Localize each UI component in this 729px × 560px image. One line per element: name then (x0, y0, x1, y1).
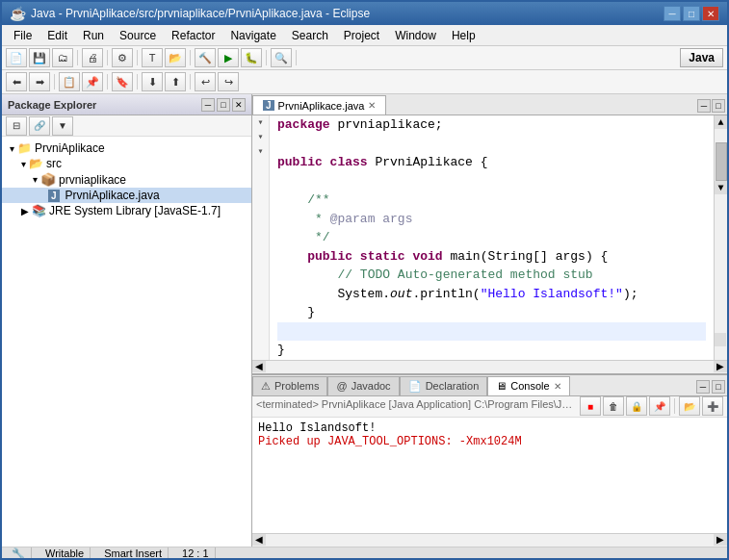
console-output: Hello Islandsoft! Picked up JAVA_TOOL_OP… (252, 418, 727, 533)
project-icon: 📁 (17, 141, 32, 155)
sep11 (674, 398, 675, 414)
editor-minimize[interactable]: ─ (697, 99, 711, 113)
tree-item-java-file[interactable]: J PrvniAplikace.java (2, 188, 251, 203)
minimize-button[interactable]: ─ (664, 6, 681, 21)
fold-gutter: ▾ ▾ ▾ (252, 115, 270, 360)
fold-9[interactable]: ▾ (252, 144, 269, 159)
tab-console-label: Console (510, 380, 549, 392)
new-button[interactable]: 📄 (6, 48, 27, 67)
new-console-button[interactable]: ➕ (702, 396, 723, 416)
menu-run[interactable]: Run (75, 27, 112, 44)
tab-javadoc-label: Javadoc (351, 380, 391, 392)
package-label: prvniaplikace (59, 173, 126, 187)
properties-button[interactable]: ⚙ (112, 48, 133, 67)
search-button[interactable]: 🔍 (271, 48, 292, 67)
tree-menu-button[interactable]: ▼ (52, 116, 73, 136)
menu-refactor[interactable]: Refactor (164, 27, 222, 44)
console-text-output: Hello Islandsoft! (258, 421, 721, 435)
maximize-button[interactable]: □ (683, 6, 700, 21)
bottom-minimize[interactable]: ─ (696, 380, 710, 394)
pin-console-button[interactable]: 📌 (649, 396, 670, 416)
editor-tab-java[interactable]: J PrvniAplikace.java ✕ (252, 95, 386, 115)
toolbar-1: 📄 💾 🗂 🖨 ⚙ T 📂 🔨 ▶ 🐛 🔍 Java (2, 46, 727, 70)
tab-console-close[interactable]: ✕ (554, 381, 561, 392)
package-explorer-minimize[interactable]: ─ (201, 98, 215, 112)
open-console-button[interactable]: 📂 (679, 396, 700, 416)
package-icon: 📦 (40, 172, 56, 187)
scroll-lock-button[interactable]: 🔒 (626, 396, 647, 416)
code-line-1: package prvniaplikace; (277, 115, 706, 135)
insert-mode-segment: Smart Insert (98, 547, 169, 560)
open-type-button[interactable]: T (142, 48, 163, 67)
editor-scrollbar-h[interactable]: ◀ ▶ (252, 360, 727, 373)
tab-problems[interactable]: ⚠ Problems (252, 376, 327, 395)
tab-console[interactable]: 🖥 Console ✕ (487, 376, 569, 395)
editor-maximize[interactable]: □ (712, 99, 725, 113)
code-line-7: */ (277, 228, 706, 247)
package-explorer-close[interactable]: ✕ (232, 98, 246, 112)
save-all-button[interactable]: 🗂 (52, 48, 73, 67)
fold-6[interactable]: ▾ (252, 130, 269, 144)
link-editor-button[interactable]: 🔗 (29, 116, 50, 136)
code-line-10: System.out.println("Hello Islandsoft!"); (277, 285, 706, 304)
undo-button[interactable]: ↩ (195, 72, 216, 91)
open-resource-button[interactable]: 📂 (165, 48, 186, 67)
forward-button[interactable]: ➡ (29, 72, 50, 91)
tab-declaration[interactable]: 📄 Declaration (400, 376, 488, 395)
menu-help[interactable]: Help (444, 27, 483, 44)
status-icon-segment: 🔧 (6, 547, 32, 560)
back-button[interactable]: ⬅ (6, 72, 27, 91)
menu-search[interactable]: Search (284, 27, 336, 44)
code-editor[interactable]: ▾ ▾ ▾ package prvniaplikac (252, 115, 727, 360)
java-file-label: PrvniAplikace.java (65, 189, 160, 202)
toolbar-2: ⬅ ➡ 📋 📌 🔖 ⬇ ⬆ ↩ ↪ (2, 70, 727, 94)
code-line-12 (277, 322, 706, 342)
bookmark-button[interactable]: 🔖 (112, 72, 133, 91)
menu-edit[interactable]: Edit (39, 27, 75, 44)
collapse-all-button[interactable]: ⊟ (6, 116, 27, 136)
src-label: src (46, 157, 62, 170)
code-content[interactable]: package prvniaplikace; public class Prvn… (270, 115, 714, 360)
tree-item-package[interactable]: ▾ 📦 prvniaplikace (2, 171, 251, 188)
tree-item-jre[interactable]: ▶ 📚 JRE System Library [JavaSE-1.7] (2, 203, 251, 218)
sep8 (107, 74, 108, 89)
menu-window[interactable]: Window (387, 27, 444, 44)
menu-file[interactable]: File (6, 27, 39, 44)
tab-javadoc[interactable]: @ Javadoc (327, 376, 399, 395)
java-perspective-button[interactable]: Java (680, 48, 723, 67)
paste-button[interactable]: 📌 (82, 72, 103, 91)
editor-scrollbar-v[interactable]: ▲ ▼ (714, 115, 727, 360)
clear-console-button[interactable]: 🗑 (603, 396, 624, 416)
redo-button[interactable]: ↪ (218, 72, 239, 91)
bottom-maximize[interactable]: □ (712, 380, 725, 394)
copy-button[interactable]: 📋 (59, 72, 80, 91)
tree-toolbar: ⊟ 🔗 ▼ (2, 115, 251, 137)
java-file-icon-tab: J (263, 100, 274, 111)
fold-4[interactable]: ▾ (252, 115, 269, 130)
console-scrollbar-h[interactable]: ◀ ▶ (252, 533, 727, 547)
package-explorer-maximize[interactable]: □ (217, 98, 230, 112)
menu-navigate[interactable]: Navigate (222, 27, 283, 44)
run-button[interactable]: ▶ (218, 48, 239, 67)
code-line-13: } (277, 341, 706, 360)
terminate-button[interactable]: ■ (580, 396, 601, 416)
editor-controls: ─ □ (695, 97, 727, 115)
menu-project[interactable]: Project (336, 27, 387, 44)
declaration-icon: 📄 (408, 380, 422, 393)
debug-button[interactable]: 🐛 (241, 48, 262, 67)
build-button[interactable]: 🔨 (195, 48, 216, 67)
print-button[interactable]: 🖨 (82, 48, 103, 67)
prev-annotation-button[interactable]: ⬆ (165, 72, 186, 91)
tree-item-project[interactable]: ▾ 📁 PrvniAplikace (2, 140, 251, 156)
menu-source[interactable]: Source (112, 27, 164, 44)
problems-icon: ⚠ (261, 380, 271, 393)
close-button[interactable]: ✕ (702, 6, 719, 21)
tree-item-src[interactable]: ▾ 📂 src (2, 156, 251, 171)
save-button[interactable]: 💾 (29, 48, 50, 67)
scrollbar-thumb[interactable] (716, 142, 727, 181)
title-bar: ☕ Java - PrvniAplikace/src/prvniaplikace… (2, 2, 727, 25)
tree-area[interactable]: ▾ 📁 PrvniAplikace ▾ 📂 src ▾ 📦 prvniaplik… (2, 137, 251, 547)
next-annotation-button[interactable]: ⬇ (142, 72, 163, 91)
tab-declaration-label: Declaration (426, 380, 480, 392)
editor-tab-close[interactable]: ✕ (368, 100, 376, 111)
